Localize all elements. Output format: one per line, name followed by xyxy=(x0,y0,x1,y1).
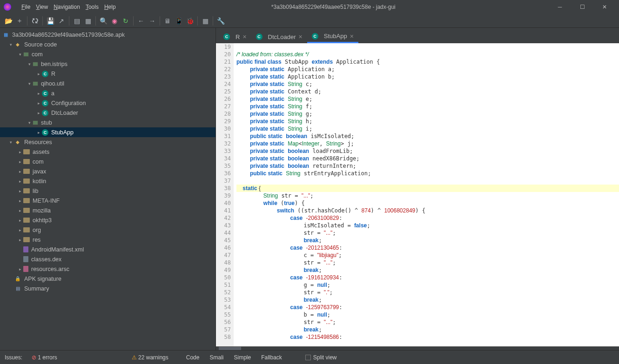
toolbar: 📂 ＋ 🗘 💾 ↗ ▤ ▦ 🔍 ◉ ↻ ← → 🖥 📱 🐞 ▦ 🔧 xyxy=(0,14,619,28)
tree-folder[interactable]: ▸META-INF xyxy=(0,196,215,205)
errors-count[interactable]: ⊘ 1 errors xyxy=(32,354,57,361)
tree-manifest[interactable]: AndroidManifest.xml xyxy=(0,245,215,254)
line-gutter: 19 20 21 22 23 24 25 26 27 28 29 30 31 3… xyxy=(216,43,234,346)
refresh-icon[interactable]: 🗘 xyxy=(29,15,40,26)
tree-folder[interactable]: ▸org xyxy=(0,225,215,235)
tree-r[interactable]: ▸CR xyxy=(0,69,215,79)
view-smali[interactable]: Smali xyxy=(209,354,223,361)
split-view-check[interactable]: Split view xyxy=(305,354,337,361)
tree-qihoo[interactable]: ▾qihoo.util xyxy=(0,79,215,88)
maximize-button[interactable]: ☐ xyxy=(572,0,593,14)
tree-ben[interactable]: ▾ben.istrips xyxy=(0,59,215,69)
title-bar: File View Navigation Tools Help *3a3b094… xyxy=(0,0,619,14)
forward-icon[interactable]: → xyxy=(147,15,158,26)
tree-folder[interactable]: ▸assets xyxy=(0,147,215,157)
tree-a[interactable]: ▸Ca xyxy=(0,88,215,98)
window-title: *3a3b094a865229ef49aaee517939c58e - jadx… xyxy=(126,4,541,10)
refresh2-icon[interactable]: ↻ xyxy=(120,15,131,26)
tree-folder[interactable]: ▸com xyxy=(0,157,215,166)
add-icon[interactable]: ＋ xyxy=(14,15,25,26)
tree-folder[interactable]: ▸kotlin xyxy=(0,176,215,186)
close-icon[interactable]: × xyxy=(350,33,354,40)
tree-cfg[interactable]: ▸CConfiguration xyxy=(0,98,215,108)
tree-stub[interactable]: ▾stub xyxy=(0,118,215,127)
tree-source[interactable]: ▾◆Source code xyxy=(0,40,215,49)
issues-label: Issues: xyxy=(5,354,22,361)
tree-root[interactable]: ▦3a3b094a865229ef49aaee517939c58e.apk xyxy=(0,30,215,40)
code-content[interactable]: /* loaded from: classes.dex */ public fi… xyxy=(234,43,619,346)
tree-com[interactable]: ▾com xyxy=(0,49,215,59)
search-icon[interactable]: 🔍 xyxy=(98,15,109,26)
tree-apksig[interactable]: 🔒APK signature xyxy=(0,274,215,284)
close-button[interactable]: ✕ xyxy=(594,0,615,14)
close-icon[interactable]: × xyxy=(299,33,303,40)
monitor-icon[interactable]: 🖥 xyxy=(162,15,173,26)
minimize-button[interactable]: ─ xyxy=(549,0,571,14)
code-editor[interactable]: 19 20 21 22 23 24 25 26 27 28 29 30 31 3… xyxy=(216,43,619,346)
tree-icon[interactable]: ▦ xyxy=(82,15,94,26)
main-area: ▦3a3b094a865229ef49aaee517939c58e.apk ▾◆… xyxy=(0,28,619,350)
tree-resources[interactable]: ▾◆Resources xyxy=(0,137,215,147)
menu-bar: File View Navigation Tools Help xyxy=(20,3,118,11)
app-logo xyxy=(4,3,11,11)
tree-dex[interactable]: classes.dex xyxy=(0,254,215,264)
project-tree[interactable]: ▦3a3b094a865229ef49aaee517939c58e.apk ▾◆… xyxy=(0,28,216,350)
back-icon[interactable]: ← xyxy=(135,15,147,26)
menu-help[interactable]: Help xyxy=(102,3,118,11)
tab-dtcloader[interactable]: CDtcLoader× xyxy=(251,30,307,43)
tree-dtc[interactable]: ▸CDtcLoader xyxy=(0,108,215,118)
save-icon[interactable]: 💾 xyxy=(45,15,56,26)
tree-folder[interactable]: ▸okhttp3 xyxy=(0,215,215,225)
open-icon[interactable]: 📂 xyxy=(3,15,14,26)
menu-navigation[interactable]: Navigation xyxy=(52,3,82,11)
settings-icon[interactable]: ◉ xyxy=(109,15,120,26)
close-icon[interactable]: × xyxy=(242,33,246,40)
editor-pane: CR× CDtcLoader× CStubApp× 19 20 21 22 23… xyxy=(216,28,619,350)
tree-folder[interactable]: ▸lib xyxy=(0,186,215,196)
export-icon[interactable]: ↗ xyxy=(56,15,67,26)
tree-stubapp[interactable]: ▸CStubApp xyxy=(0,127,215,137)
tree-arsc[interactable]: ▸resources.arsc xyxy=(0,264,215,274)
tab-r[interactable]: CR× xyxy=(219,30,251,43)
tree-folder[interactable]: ▸mozilla xyxy=(0,205,215,215)
view-code[interactable]: Code xyxy=(186,354,200,361)
tree-folder[interactable]: ▸javax xyxy=(0,166,215,176)
tree-summary[interactable]: ▤Summary xyxy=(0,284,215,293)
warnings-count[interactable]: ⚠ 22 warnings xyxy=(132,354,168,361)
wrench-icon[interactable]: 🔧 xyxy=(215,15,226,26)
tab-stubapp[interactable]: CStubApp× xyxy=(307,30,358,43)
tree-folder[interactable]: ▸res xyxy=(0,235,215,245)
device-icon[interactable]: 📱 xyxy=(173,15,184,26)
menu-tools[interactable]: Tools xyxy=(84,3,101,11)
log-icon[interactable]: ▦ xyxy=(200,15,211,26)
menu-file[interactable]: File xyxy=(20,3,32,11)
scroll-indicator[interactable] xyxy=(216,346,619,350)
bug-icon[interactable]: 🐞 xyxy=(184,15,195,26)
flat-icon[interactable]: ▤ xyxy=(71,15,82,26)
editor-tabs: CR× CDtcLoader× CStubApp× xyxy=(216,28,619,43)
view-fallback[interactable]: Fallback xyxy=(261,354,282,361)
status-bar: Issues: ⊘ 1 errors ⚠ 22 warnings Code Sm… xyxy=(0,350,619,364)
menu-view[interactable]: View xyxy=(34,3,50,11)
view-simple[interactable]: Simple xyxy=(234,354,251,361)
